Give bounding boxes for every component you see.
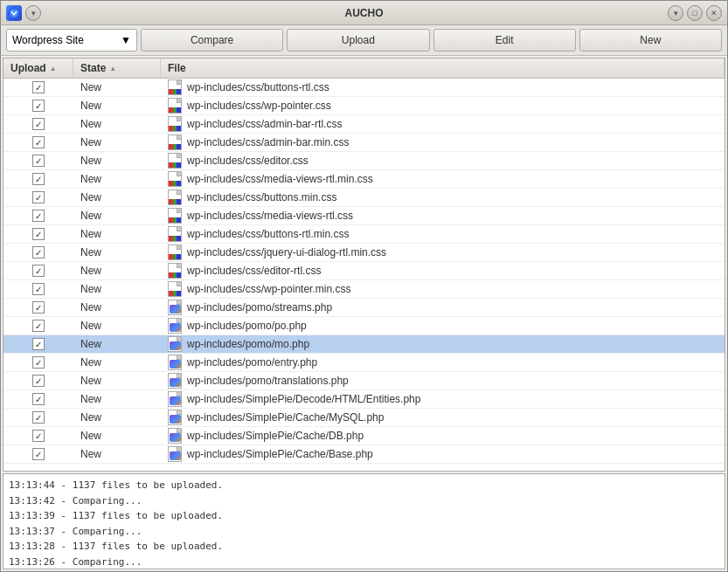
upload-checkbox[interactable]: ✓ [32, 191, 45, 203]
upload-checkbox[interactable]: ✓ [32, 338, 45, 350]
table-row[interactable]: ✓New wp-includes/pomo/mo.php [3, 335, 725, 354]
new-button[interactable]: New [579, 29, 722, 52]
php-file-icon [168, 373, 184, 389]
upload-checkbox[interactable]: ✓ [32, 411, 45, 424]
file-table: Upload ▲ State ▲ File ✓New [3, 58, 725, 472]
file-name: wp-includes/css/admin-bar.min.css [187, 136, 349, 148]
state-cell: New [73, 263, 161, 279]
table-row[interactable]: ✓New wp-includes/pomo/po.php [3, 317, 725, 335]
upload-cell: ✓ [3, 98, 73, 114]
upload-checkbox[interactable]: ✓ [32, 210, 45, 222]
table-row[interactable]: ✓New wp-includes/css/jquery-ui-dialog-rt… [3, 244, 725, 262]
state-cell: New [73, 373, 161, 389]
toolbar: Wordpress Site ▼ Compare Upload Edit New [1, 25, 727, 56]
file-name: wp-includes/css/buttons-rtl.css [187, 81, 329, 93]
upload-checkbox[interactable]: ✓ [32, 118, 45, 130]
file-cell: wp-includes/pomo/entry.php [161, 353, 725, 372]
state-cell: New [73, 355, 161, 370]
php-file-icon [168, 428, 184, 444]
state-sort-icon: ▲ [109, 65, 116, 72]
state-cell: New [73, 134, 161, 150]
table-row[interactable]: ✓New wp-includes/css/editor-rtl.css [3, 262, 725, 280]
table-row[interactable]: ✓New wp-includes/css/media-views-rtl.css [3, 207, 725, 225]
state-cell: New [73, 300, 161, 315]
file-cell: wp-includes/css/admin-bar-rtl.css [161, 114, 725, 134]
file-name: wp-includes/css/admin-bar-rtl.css [187, 118, 342, 130]
dropdown-arrow-icon: ▼ [121, 34, 131, 46]
upload-checkbox[interactable]: ✓ [32, 81, 45, 93]
main-window: ▾ AUCHO ▾ □ ✕ Wordpress Site ▼ Compare U… [0, 0, 728, 572]
upload-checkbox[interactable]: ✓ [32, 356, 45, 369]
file-cell: wp-includes/SimplePie/Cache/DB.php [161, 426, 725, 445]
title-bar-controls: ▾ □ ✕ [668, 5, 722, 21]
php-file-icon [168, 318, 184, 334]
table-row[interactable]: ✓New wp-includes/css/wp-pointer.min.css [3, 280, 725, 299]
table-row[interactable]: ✓New wp-includes/css/editor.css [3, 152, 725, 170]
compare-button[interactable]: Compare [141, 29, 283, 52]
table-row[interactable]: ✓New wp-includes/SimplePie/Cache/Base.ph… [3, 445, 725, 464]
edit-button[interactable]: Edit [433, 29, 576, 52]
table-row[interactable]: ✓New wp-includes/css/admin-bar.min.css [3, 134, 725, 152]
log-line: 13:13:39 - 1137 files to be uploaded. [9, 508, 719, 524]
file-name: wp-includes/pomo/entry.php [187, 356, 317, 369]
upload-cell: ✓ [3, 134, 73, 150]
upload-cell: ✓ [3, 355, 73, 370]
table-row[interactable]: ✓New wp-includes/pomo/entry.php [3, 354, 725, 372]
upload-checkbox[interactable]: ✓ [32, 155, 45, 167]
upload-cell: ✓ [3, 428, 73, 444]
php-file-icon [168, 300, 184, 315]
state-cell: New [73, 428, 161, 444]
file-cell: wp-includes/pomo/po.php [161, 316, 725, 335]
upload-checkbox[interactable]: ✓ [32, 265, 45, 277]
table-row[interactable]: ✓New wp-includes/SimplePie/Cache/MySQL.p… [3, 409, 725, 427]
table-row[interactable]: ✓New wp-includes/css/media-views-rtl.min… [3, 170, 725, 189]
upload-checkbox[interactable]: ✓ [32, 228, 45, 240]
upload-checkbox[interactable]: ✓ [32, 448, 45, 460]
table-row[interactable]: ✓New wp-includes/css/buttons.min.css [3, 189, 725, 207]
upload-checkbox[interactable]: ✓ [32, 136, 45, 148]
upload-checkbox[interactable]: ✓ [32, 173, 45, 185]
maximize-button[interactable]: □ [687, 5, 703, 21]
upload-button[interactable]: Upload [287, 29, 429, 52]
file-name: wp-includes/css/editor.css [187, 155, 309, 167]
table-row[interactable]: ✓New wp-includes/SimplePie/Decode/HTML/E… [3, 390, 725, 409]
file-cell: wp-includes/css/buttons-rtl.min.css [161, 224, 725, 244]
restore-button[interactable]: ▾ [668, 5, 683, 21]
close-button[interactable]: ✕ [706, 5, 722, 21]
upload-cell: ✓ [3, 391, 73, 407]
table-row[interactable]: ✓New wp-includes/css/buttons-rtl.css [3, 79, 725, 97]
file-cell: wp-includes/css/media-views-rtl.min.css [161, 169, 725, 189]
upload-checkbox[interactable]: ✓ [32, 430, 45, 442]
table-row[interactable]: ✓New wp-includes/SimplePie/Cache/DB.php [3, 427, 725, 445]
upload-checkbox[interactable]: ✓ [32, 301, 45, 314]
upload-checkbox[interactable]: ✓ [32, 393, 45, 405]
table-row[interactable]: ✓New wp-includes/css/buttons-rtl.min.css [3, 225, 725, 244]
col-header-state: State ▲ [73, 59, 161, 78]
state-cell: New [73, 171, 161, 187]
file-name: wp-includes/SimplePie/Decode/HTML/Entiti… [187, 393, 420, 405]
table-row[interactable]: ✓New wp-includes/pomo/translations.php [3, 372, 725, 390]
upload-checkbox[interactable]: ✓ [32, 320, 45, 332]
upload-checkbox[interactable]: ✓ [32, 283, 45, 295]
site-selector[interactable]: Wordpress Site ▼ [6, 29, 137, 52]
upload-checkbox[interactable]: ✓ [32, 375, 45, 387]
file-cell: wp-includes/SimplePie/Cache/MySQL.php [161, 408, 725, 427]
file-name: wp-includes/pomo/translations.php [187, 375, 349, 387]
upload-checkbox[interactable]: ✓ [32, 246, 45, 258]
window-title: AUCHO [345, 7, 384, 19]
file-name: wp-includes/css/wp-pointer.min.css [187, 283, 350, 295]
file-cell: wp-includes/css/editor.css [161, 151, 725, 170]
upload-cell: ✓ [3, 79, 73, 95]
table-row[interactable]: ✓New wp-includes/pomo/streams.php [3, 299, 725, 317]
minimize-button[interactable]: ▾ [25, 5, 41, 21]
file-cell: wp-includes/pomo/streams.php [161, 298, 725, 317]
table-row[interactable]: ✓New wp-includes/css/admin-bar-rtl.css [3, 115, 725, 134]
app-icon [6, 5, 22, 21]
upload-checkbox[interactable]: ✓ [32, 100, 45, 112]
file-name: wp-includes/pomo/streams.php [187, 301, 332, 314]
table-row[interactable]: ✓New wp-includes/css/wp-pointer.css [3, 97, 725, 115]
state-cell: New [73, 446, 161, 462]
upload-cell: ✓ [3, 318, 73, 334]
state-cell: New [73, 226, 161, 242]
table-body[interactable]: ✓New wp-includes/css/buttons-rtl.css✓New… [3, 79, 725, 471]
